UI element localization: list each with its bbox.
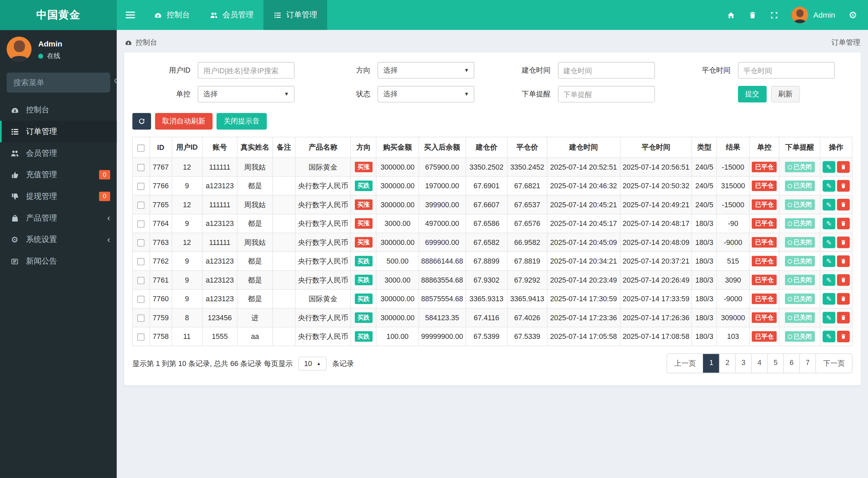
home-icon[interactable]	[727, 11, 735, 19]
nav-tab-members[interactable]: 会员管理	[200, 0, 263, 30]
cell-product: 央行数字人民币	[295, 271, 351, 290]
fullscreen-icon[interactable]	[770, 11, 778, 19]
reload-button[interactable]	[132, 113, 151, 130]
remind-badge[interactable]: 已关闭	[785, 199, 814, 210]
sidebar-toggle-button[interactable]	[117, 0, 144, 30]
single-control-select[interactable]: 选择▼	[198, 86, 295, 102]
breadcrumb[interactable]: 控制台	[124, 38, 157, 47]
remind-badge[interactable]: 已关闭	[785, 331, 814, 342]
row-checkbox[interactable]	[138, 221, 145, 228]
row-checkbox[interactable]	[138, 164, 145, 171]
remind-badge[interactable]: 已关闭	[785, 237, 814, 248]
direction-select[interactable]: 选择▼	[378, 62, 475, 79]
nav-tab-dashboard[interactable]: 控制台	[144, 0, 200, 30]
remind-badge[interactable]: 已关闭	[785, 218, 814, 229]
row-checkbox[interactable]	[138, 202, 145, 209]
submit-button[interactable]: 提交	[738, 86, 767, 102]
pagination-page-3[interactable]: 3	[735, 354, 751, 373]
edit-button[interactable]: ✎	[823, 199, 835, 210]
nav-tab-orders[interactable]: 订单管理	[263, 0, 327, 30]
order-remind-input[interactable]	[558, 86, 655, 102]
row-checkbox[interactable]	[138, 314, 145, 322]
trash-icon[interactable]	[748, 11, 756, 19]
delete-button[interactable]	[837, 312, 850, 323]
edit-button[interactable]: ✎	[823, 312, 835, 323]
remind-badge[interactable]: 已关闭	[785, 275, 814, 285]
delete-button[interactable]	[837, 180, 850, 192]
refresh-button[interactable]: 刷新	[771, 86, 800, 102]
remind-badge[interactable]: 已关闭	[785, 293, 814, 304]
navbar-user-name: Admin	[813, 11, 835, 19]
row-checkbox[interactable]	[138, 258, 145, 265]
pagination-page-4[interactable]: 4	[751, 354, 767, 373]
control-badge[interactable]: 已平仓	[752, 218, 777, 229]
remind-badge[interactable]: 已关闭	[785, 180, 814, 191]
control-badge[interactable]: 已平仓	[752, 199, 777, 210]
delete-button[interactable]	[837, 255, 850, 267]
edit-button[interactable]: ✎	[823, 161, 835, 173]
pagination-page-5[interactable]: 5	[767, 354, 783, 373]
pagination-page-2[interactable]: 2	[719, 354, 735, 373]
sidebar-item-products[interactable]: 产品管理‹	[0, 207, 117, 229]
control-badge[interactable]: 已平仓	[752, 237, 777, 248]
control-badge[interactable]: 已平仓	[752, 275, 777, 285]
sidebar-item-members[interactable]: 会员管理	[0, 142, 117, 164]
brand-logo[interactable]: 中国黄金	[0, 0, 117, 30]
orders-table: ID用户ID账号真实姓名备注产品名称方向购买金额买入后余额建仓价平仓价建仓时间平…	[132, 137, 852, 346]
edit-button[interactable]: ✎	[823, 331, 835, 342]
sidebar-item-orders[interactable]: 订单管理	[0, 121, 117, 142]
page-size-select[interactable]: 10▲	[298, 357, 326, 370]
control-badge[interactable]: 已平仓	[752, 293, 777, 304]
row-checkbox[interactable]	[138, 239, 145, 246]
sidebar-item-withdraw[interactable]: 提现管理0	[0, 186, 117, 207]
edit-button[interactable]: ✎	[823, 293, 835, 305]
menu-search-input[interactable]	[13, 78, 114, 87]
pagination-next[interactable]: 下一页	[815, 354, 852, 373]
pagination-page-6[interactable]: 6	[783, 354, 799, 373]
cell-direction: 买跌	[351, 271, 376, 290]
control-badge[interactable]: 已平仓	[752, 331, 777, 342]
remind-badge[interactable]: 已关闭	[785, 312, 814, 323]
delete-button[interactable]	[837, 218, 850, 229]
remind-badge[interactable]: 已关闭	[785, 256, 814, 266]
control-badge[interactable]: 已平仓	[752, 162, 777, 172]
control-badge[interactable]: 已平仓	[752, 180, 777, 191]
close-time-input[interactable]	[738, 62, 835, 79]
remind-badge[interactable]: 已关闭	[785, 162, 814, 172]
settings-gear-icon[interactable]: ⚙	[848, 10, 857, 20]
control-badge[interactable]: 已平仓	[752, 312, 777, 323]
pagination-page-7[interactable]: 7	[800, 354, 815, 373]
delete-button[interactable]	[837, 293, 850, 305]
sidebar-item-settings[interactable]: ⚙系统设置‹	[0, 229, 117, 250]
edit-button[interactable]: ✎	[823, 236, 835, 248]
delete-button[interactable]	[837, 236, 850, 248]
user-id-input[interactable]	[198, 62, 295, 79]
status-select[interactable]: 选择▼	[378, 86, 475, 102]
row-checkbox[interactable]	[138, 277, 145, 284]
cancel-auto-refresh-button[interactable]: 取消自动刷新	[155, 113, 213, 130]
edit-button[interactable]: ✎	[823, 255, 835, 267]
delete-button[interactable]	[837, 331, 850, 342]
pagination-prev[interactable]: 上一页	[667, 354, 703, 373]
delete-button[interactable]	[837, 161, 850, 173]
pencil-icon: ✎	[826, 314, 832, 322]
close-sound-button[interactable]: 关闭提示音	[216, 113, 267, 130]
delete-button[interactable]	[837, 199, 850, 210]
row-checkbox[interactable]	[138, 333, 145, 341]
edit-button[interactable]: ✎	[823, 180, 835, 192]
sidebar-item-recharge[interactable]: 充值管理0	[0, 164, 117, 186]
edit-button[interactable]: ✎	[823, 218, 835, 229]
row-checkbox[interactable]	[138, 296, 145, 303]
user-menu[interactable]: Admin	[792, 7, 835, 23]
select-all-checkbox[interactable]	[138, 144, 145, 151]
cell-remark	[273, 271, 295, 290]
row-checkbox[interactable]	[138, 183, 145, 190]
control-badge[interactable]: 已平仓	[752, 256, 777, 266]
sidebar-item-dashboard[interactable]: 控制台	[0, 99, 117, 121]
close-time-label: 平仓时间	[672, 65, 738, 75]
sidebar-item-news[interactable]: 新闻公告	[0, 250, 117, 272]
pagination-page-1[interactable]: 1	[703, 354, 719, 373]
open-time-input[interactable]	[558, 62, 655, 79]
edit-button[interactable]: ✎	[823, 274, 835, 286]
delete-button[interactable]	[837, 274, 850, 286]
